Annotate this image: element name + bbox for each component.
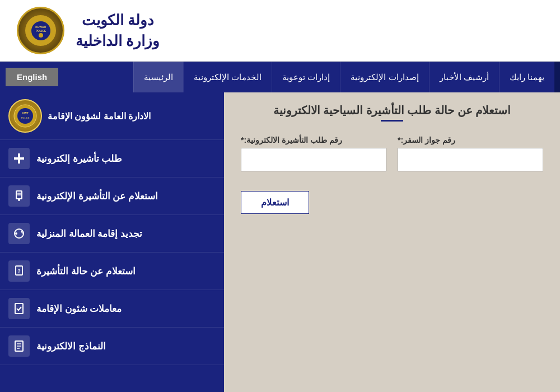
- svg-rect-18: [15, 304, 23, 314]
- sidebar-icon-plus: [8, 148, 30, 169]
- nav-item-awareness[interactable]: إدارات توعوية: [272, 62, 340, 92]
- sidebar-item-visa-inquiry[interactable]: استعلام عن التأشيرة الإلكترونية: [0, 178, 224, 215]
- sidebar-item-visa-request-label: طلب تأشيرة إلكترونية: [36, 153, 122, 165]
- svg-text:KWT: KWT: [22, 111, 28, 115]
- svg-text:POLICE: POLICE: [21, 116, 29, 119]
- sidebar: الادارة العامة لشؤون الإقامة KWT POLICE …: [0, 92, 224, 392]
- sidebar-icon-forms: [8, 335, 30, 357]
- inquiry-button[interactable]: استعلام: [241, 191, 309, 214]
- sidebar-header-text: الادارة العامة لشؤون الإقامة: [48, 111, 151, 122]
- logo-circle: KUWAIT POLICE: [17, 7, 64, 54]
- field1-label: رقم طلب التأشيرة الالكترونية:*: [241, 136, 342, 144]
- header-logo: KUWAIT POLICE: [17, 7, 64, 54]
- sidebar-item-renew-residence[interactable]: تجديد إقامة العمالة المنزلية: [0, 215, 224, 253]
- sidebar-item-visa-status-label: استعلام عن حالة التأشيرة: [36, 265, 136, 277]
- passport-number-input[interactable]: [398, 148, 543, 171]
- sidebar-item-visa-inquiry-label: استعلام عن التأشيرة الإلكترونية: [36, 190, 158, 202]
- nav-items: الرئيسية الخدمات الإلكترونية إدارات توعو…: [61, 62, 554, 92]
- sidebar-item-forms[interactable]: النماذج الالكترونية: [0, 328, 224, 365]
- navy-right-bar: [554, 62, 560, 92]
- navbar: الرئيسية الخدمات الإلكترونية إدارات توعو…: [0, 62, 560, 92]
- svg-point-5: [17, 108, 33, 124]
- svg-point-15: [15, 232, 17, 235]
- visa-number-input[interactable]: [241, 148, 386, 171]
- field2-label: رقم جواز السفر:*: [398, 136, 455, 144]
- sidebar-icon-question2: ?: [8, 260, 30, 282]
- main-page-title: استعلام عن حالة طلب التأشيرة السياحية ال…: [241, 104, 543, 117]
- sidebar-item-visa-status[interactable]: استعلام عن حالة التأشيرة ?: [0, 253, 224, 290]
- svg-text:?: ?: [17, 268, 21, 274]
- form-row: رقم طلب التأشيرة الالكترونية:* رقم جواز …: [241, 136, 543, 171]
- svg-point-13: [18, 199, 20, 201]
- svg-text:POLICE: POLICE: [35, 29, 46, 32]
- title-underline: [381, 120, 403, 122]
- form-field-visa-number: رقم طلب التأشيرة الالكترونية:*: [241, 136, 386, 171]
- main-content: استعلام عن حالة طلب التأشيرة السياحية ال…: [224, 92, 560, 392]
- header: دولة الكويت وزارة الداخلية KUWAIT POLICE: [0, 0, 560, 62]
- header-title: دولة الكويت وزارة الداخلية: [76, 10, 160, 51]
- nav-item-news-archive[interactable]: أرشيف الأخبار: [429, 62, 499, 92]
- sidebar-item-forms-label: النماذج الالكترونية: [36, 340, 106, 352]
- sidebar-item-visa-request[interactable]: طلب تأشيرة إلكترونية: [0, 140, 224, 178]
- nav-item-feedback[interactable]: يهمنا رايك: [499, 62, 554, 92]
- sidebar-item-renew-residence-label: تجديد إقامة العمالة المنزلية: [36, 228, 142, 240]
- form-field-passport: رقم جواز السفر:*: [398, 136, 543, 171]
- sidebar-item-residence-affairs-label: معاملات شئون الإقامة: [36, 303, 122, 315]
- btn-area: استعلام: [241, 185, 543, 214]
- svg-rect-9: [14, 157, 24, 160]
- sidebar-header: الادارة العامة لشؤون الإقامة KWT POLICE: [0, 92, 224, 140]
- sidebar-icon-question1: [8, 185, 30, 207]
- sidebar-header-logo: KWT POLICE: [8, 99, 42, 133]
- sidebar-icon-checkmark: [8, 298, 30, 319]
- logo-inner: KUWAIT POLICE: [25, 15, 56, 46]
- nav-english-button[interactable]: English: [6, 68, 58, 86]
- header-text: دولة الكويت وزارة الداخلية: [76, 10, 160, 51]
- sidebar-icon-renew: [8, 223, 30, 244]
- nav-item-eservices[interactable]: الخدمات الإلكترونية: [183, 62, 272, 92]
- content-area: الادارة العامة لشؤون الإقامة KWT POLICE …: [0, 92, 560, 392]
- nav-item-publications[interactable]: إصدارات الإلكترونية: [340, 62, 428, 92]
- nav-item-home[interactable]: الرئيسية: [133, 62, 183, 92]
- sidebar-item-residence-affairs[interactable]: معاملات شئون الإقامة: [0, 290, 224, 328]
- svg-text:KUWAIT: KUWAIT: [35, 25, 46, 29]
- svg-point-3: [39, 33, 43, 38]
